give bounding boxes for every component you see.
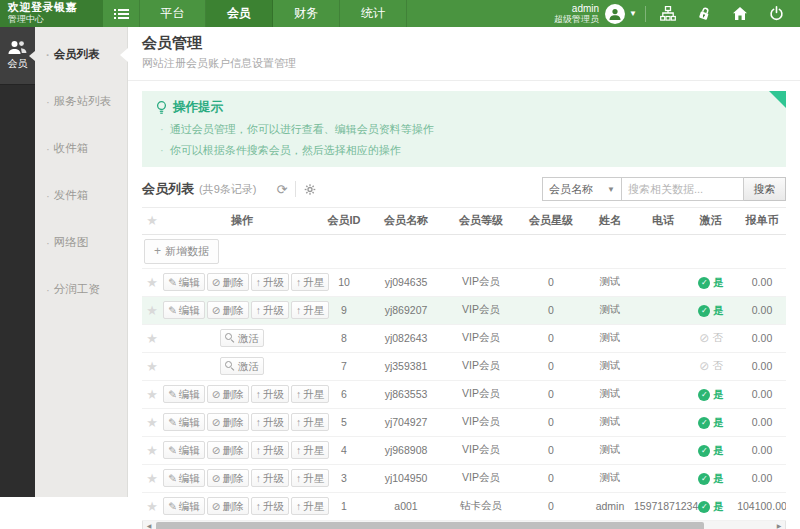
upgrade-button[interactable]: 升级 bbox=[251, 301, 289, 320]
sidebar-item-profit-salary[interactable]: 分润工资 bbox=[35, 266, 127, 313]
upgrade-button[interactable]: 升级 bbox=[251, 413, 289, 432]
cell-member-id: 8 bbox=[322, 324, 366, 352]
cell-operations: 编辑删除升级升星 bbox=[162, 268, 322, 296]
check-circle-badge: 是 bbox=[698, 472, 724, 486]
nav-item-finance[interactable]: 财务 bbox=[273, 0, 340, 27]
cell-member-level: 钻卡会员 bbox=[446, 492, 516, 520]
search-input[interactable] bbox=[622, 177, 744, 201]
activate-button[interactable]: 激活 bbox=[220, 329, 264, 348]
edit-icon bbox=[168, 304, 177, 316]
star-icon[interactable] bbox=[146, 471, 158, 486]
key-icon bbox=[225, 333, 235, 343]
sidebar-item-outbox[interactable]: 发件箱 bbox=[35, 172, 127, 219]
delete-button[interactable]: 删除 bbox=[207, 301, 249, 320]
edit-button[interactable]: 编辑 bbox=[163, 413, 205, 432]
star-icon[interactable] bbox=[146, 443, 158, 458]
cell-member-star: 0 bbox=[516, 436, 586, 464]
module-rail: 会员 bbox=[0, 27, 35, 497]
scrollbar-thumb[interactable] bbox=[156, 522, 704, 529]
check-circle-icon bbox=[698, 305, 710, 317]
divider bbox=[645, 6, 646, 22]
scroll-right-icon[interactable]: ▶ bbox=[773, 520, 785, 529]
edit-button[interactable]: 编辑 bbox=[163, 441, 205, 460]
search-button[interactable]: 搜索 bbox=[744, 177, 786, 201]
del-icon bbox=[212, 500, 221, 512]
delete-button[interactable]: 删除 bbox=[207, 413, 249, 432]
upgrade-button[interactable]: 升级 bbox=[251, 385, 289, 404]
user-name: admin bbox=[554, 4, 599, 14]
upgrade-star-button[interactable]: 升星 bbox=[291, 469, 329, 488]
nav-item-platform[interactable]: 平台 bbox=[139, 0, 206, 27]
cell-order-coin: 0.00 bbox=[730, 352, 786, 380]
module-member[interactable]: 会员 bbox=[0, 27, 35, 85]
sidebar-item-network-map[interactable]: 网络图 bbox=[35, 219, 127, 266]
add-data-button[interactable]: + 新增数据 bbox=[144, 239, 219, 264]
star-icon[interactable] bbox=[146, 415, 158, 430]
upgrade-button[interactable]: 升级 bbox=[251, 497, 289, 516]
col-member-level: 会员等级 bbox=[446, 208, 516, 234]
settings-gear-icon[interactable] bbox=[295, 181, 326, 197]
delete-button[interactable]: 删除 bbox=[207, 273, 249, 292]
chevron-down-icon: ▼ bbox=[607, 185, 615, 194]
edit-button[interactable]: 编辑 bbox=[163, 497, 205, 516]
cell-order-coin: 104100.00 bbox=[730, 492, 786, 520]
list-count: (共9条记录) bbox=[199, 182, 256, 197]
edit-button[interactable]: 编辑 bbox=[163, 273, 205, 292]
cell-phone bbox=[634, 324, 692, 352]
cell-phone bbox=[634, 408, 692, 436]
edit-button[interactable]: 编辑 bbox=[163, 385, 205, 404]
cell-phone bbox=[634, 268, 692, 296]
upgrade-star-button[interactable]: 升星 bbox=[291, 301, 329, 320]
star-icon[interactable] bbox=[146, 275, 158, 290]
user-menu-caret-icon[interactable]: ▼ bbox=[629, 9, 637, 18]
not-activated-badge: 否 bbox=[699, 331, 723, 345]
main-layout: 会员 会员列表 服务站列表 收件箱 发件箱 网络图 分润工资 会员管理 网站注册… bbox=[0, 27, 800, 497]
upgrade-star-button[interactable]: 升星 bbox=[291, 413, 329, 432]
cell-member-name: yj863553 bbox=[366, 380, 446, 408]
upgrade-star-button[interactable]: 升星 bbox=[291, 441, 329, 460]
lock-icon[interactable] bbox=[686, 0, 722, 27]
nav-item-stats[interactable]: 统计 bbox=[340, 0, 407, 27]
power-icon[interactable] bbox=[758, 0, 794, 27]
plus-icon: + bbox=[154, 244, 161, 258]
star-icon[interactable] bbox=[146, 303, 158, 318]
nav-item-member[interactable]: 会员 bbox=[206, 0, 273, 27]
horizontal-scrollbar[interactable]: ◀ ▶ bbox=[142, 521, 786, 529]
cell-member-level: VIP会员 bbox=[446, 324, 516, 352]
star-icon[interactable] bbox=[146, 359, 158, 374]
activate-button[interactable]: 激活 bbox=[220, 357, 264, 376]
upgrade-star-button[interactable]: 升星 bbox=[291, 273, 329, 292]
search-field-select[interactable]: 会员名称 ▼ bbox=[542, 177, 622, 201]
star-icon[interactable] bbox=[146, 331, 158, 346]
home-icon[interactable] bbox=[722, 0, 758, 27]
cell-order-coin: 0.00 bbox=[730, 324, 786, 352]
star-icon[interactable] bbox=[146, 499, 158, 514]
col-order-coin: 报单币 bbox=[730, 208, 786, 234]
sidebar-item-inbox[interactable]: 收件箱 bbox=[35, 125, 127, 172]
cell-member-name: yj968908 bbox=[366, 436, 446, 464]
edit-button[interactable]: 编辑 bbox=[163, 301, 205, 320]
upgrade-star-button[interactable]: 升星 bbox=[291, 385, 329, 404]
edit-icon bbox=[168, 388, 177, 400]
delete-button[interactable]: 删除 bbox=[207, 497, 249, 516]
sidebar-toggle-icon[interactable] bbox=[103, 0, 139, 27]
sidebar-item-station-list[interactable]: 服务站列表 bbox=[35, 78, 127, 125]
sidebar-item-member-list[interactable]: 会员列表 bbox=[35, 31, 127, 78]
star-icon[interactable] bbox=[146, 387, 158, 402]
cell-operations: 编辑删除升级升星 bbox=[162, 464, 322, 492]
edit-button[interactable]: 编辑 bbox=[163, 469, 205, 488]
upgrade-button[interactable]: 升级 bbox=[251, 469, 289, 488]
upgrade-button[interactable]: 升级 bbox=[251, 273, 289, 292]
cell-member-name: yj104950 bbox=[366, 464, 446, 492]
delete-button[interactable]: 删除 bbox=[207, 469, 249, 488]
avatar[interactable] bbox=[605, 4, 625, 24]
up-icon bbox=[256, 388, 261, 400]
sitemap-icon[interactable] bbox=[650, 0, 686, 27]
upgrade-button[interactable]: 升级 bbox=[251, 441, 289, 460]
refresh-icon[interactable] bbox=[268, 181, 295, 197]
scroll-left-icon[interactable]: ◀ bbox=[143, 520, 155, 529]
delete-button[interactable]: 删除 bbox=[207, 385, 249, 404]
upgrade-star-button[interactable]: 升星 bbox=[291, 497, 329, 516]
delete-button[interactable]: 删除 bbox=[207, 441, 249, 460]
cell-activated: 否 bbox=[692, 352, 730, 380]
